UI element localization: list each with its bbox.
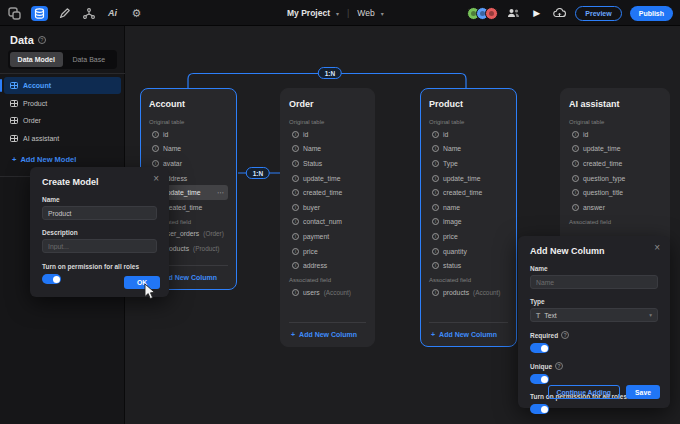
entity-card-product[interactable]: Product Original table i id i Name i Typ… <box>420 88 517 347</box>
column-type-select[interactable]: T Text ▾ <box>530 308 658 322</box>
field-type-icon: i <box>152 160 159 167</box>
save-button[interactable]: Save <box>626 385 660 399</box>
field-row[interactable]: i quantity <box>429 244 508 259</box>
relation-badge[interactable]: 1:N <box>318 67 342 79</box>
mouse-cursor <box>144 283 156 300</box>
field-row[interactable]: i Status <box>289 156 366 171</box>
project-name[interactable]: My Project <box>287 8 330 18</box>
tab-data-model[interactable]: Data Model <box>10 52 63 67</box>
help-icon[interactable]: ? <box>555 362 563 370</box>
model-description-input[interactable] <box>42 239 157 253</box>
add-new-column-button[interactable]: + Add New Column <box>289 322 366 341</box>
field-row[interactable]: i payment <box>289 229 366 244</box>
field-row[interactable]: i id <box>289 127 366 142</box>
create-model-dialog: Create Model × Name Description Turn on … <box>30 167 169 297</box>
tab-data-base[interactable]: Data Base <box>63 52 116 67</box>
field-row[interactable]: i price <box>289 244 366 259</box>
field-row[interactable]: i created_time <box>429 185 508 200</box>
field-type-icon: i <box>292 145 299 152</box>
model-list: Account Product Order AI assistant <box>4 77 121 147</box>
close-icon[interactable]: × <box>654 243 660 253</box>
associated-field-row[interactable]: i products (Account) <box>429 285 508 300</box>
permission-toggle[interactable] <box>530 404 549 414</box>
sidebar-item-model[interactable]: Account <box>4 77 121 94</box>
help-icon[interactable]: ? <box>561 331 569 339</box>
field-row[interactable]: i Type <box>429 156 508 171</box>
project-switcher: My Project ▾ | Web ▾ <box>287 0 384 26</box>
chevron-down-icon[interactable]: ▾ <box>336 10 339 17</box>
sidebar-header: Data ? <box>10 34 46 46</box>
field-row[interactable]: i contact_num <box>289 215 366 230</box>
field-type-icon: i <box>572 175 579 182</box>
chevron-down-icon[interactable]: ▾ <box>381 10 384 17</box>
help-icon[interactable]: ? <box>38 36 46 44</box>
sidebar-item-model[interactable]: AI assistant <box>4 130 121 147</box>
entity-card-order[interactable]: Order Original table i id i Name i Statu… <box>280 88 375 347</box>
field-row[interactable]: i id <box>429 127 508 142</box>
field-row[interactable]: i Name <box>429 142 508 157</box>
run-play-icon[interactable]: ▶ <box>529 6 544 21</box>
field-row[interactable]: i address <box>289 258 366 273</box>
field-row[interactable]: i question_title <box>569 185 661 200</box>
settings-gear-icon[interactable]: ⚙ <box>129 6 144 21</box>
field-row[interactable]: i update_time <box>429 171 508 186</box>
dialog-title: Add New Column <box>530 246 658 256</box>
design-pen-icon[interactable] <box>57 6 72 21</box>
sidebar-tabs: Data Model Data Base <box>8 50 117 69</box>
dialog-title: Create Model <box>42 177 157 187</box>
add-new-column-button[interactable]: + Add New Column <box>429 322 508 341</box>
field-row[interactable]: i status <box>429 258 508 273</box>
data-model-tool-icon[interactable] <box>31 6 48 21</box>
unique-toggle[interactable] <box>530 374 549 384</box>
more-icon[interactable]: ⋯ <box>217 189 225 197</box>
plus-icon: + <box>12 155 16 164</box>
logo-icon[interactable] <box>7 6 22 21</box>
field-row[interactable]: i created_time <box>289 185 366 200</box>
field-row[interactable]: i id <box>569 127 661 142</box>
divider <box>0 73 125 74</box>
close-icon[interactable]: × <box>153 174 159 184</box>
field-type-icon: i <box>292 289 299 296</box>
sidebar-item-model[interactable]: Order <box>4 112 121 129</box>
column-name-input[interactable] <box>530 275 658 289</box>
field-type-icon: i <box>432 204 439 211</box>
field-type-icon: i <box>152 145 159 152</box>
field-row[interactable]: i price <box>429 229 508 244</box>
field-row[interactable]: i Name <box>149 142 228 157</box>
field-list: i id i Name i Status i update_time <box>289 127 366 273</box>
associated-field-row[interactable]: i users (Account) <box>289 285 366 300</box>
model-label: Product <box>23 100 47 107</box>
field-row[interactable]: i id <box>149 127 228 142</box>
continue-adding-button[interactable]: Continue Adding <box>548 385 621 399</box>
deploy-cloud-icon[interactable] <box>552 6 567 21</box>
model-name-input[interactable] <box>42 206 157 220</box>
required-toggle[interactable] <box>530 343 549 353</box>
field-row[interactable]: i question_type <box>569 171 661 186</box>
ai-tool-icon[interactable]: Ai <box>105 6 120 21</box>
relation-badge[interactable]: 1:N <box>246 167 270 179</box>
avatar[interactable] <box>485 7 498 20</box>
name-label: Name <box>42 196 157 203</box>
field-row[interactable]: i name <box>429 200 508 215</box>
field-type-icon: i <box>572 131 579 138</box>
collaborators-icon[interactable] <box>506 6 521 21</box>
field-row[interactable]: i image <box>429 215 508 230</box>
field-row[interactable]: i created_time <box>569 156 661 171</box>
permission-toggle[interactable] <box>42 274 61 284</box>
field-row[interactable]: i update_time <box>289 171 366 186</box>
field-row[interactable]: i buyer <box>289 200 366 215</box>
workflow-nodes-icon[interactable] <box>81 6 96 21</box>
add-new-model-button[interactable]: + Add New Model <box>12 155 76 164</box>
toolbar-left-icons: Ai ⚙ <box>7 0 144 26</box>
description-label: Description <box>42 229 157 236</box>
field-row[interactable]: i Name <box>289 142 366 157</box>
field-type-icon: i <box>432 248 439 255</box>
field-row[interactable]: i answer <box>569 200 661 215</box>
preview-button[interactable]: Preview <box>575 6 621 21</box>
field-type-icon: i <box>152 131 159 138</box>
plus-icon: + <box>291 331 295 338</box>
publish-button[interactable]: Publish <box>630 6 673 21</box>
field-row[interactable]: i update_time <box>569 142 661 157</box>
sidebar-item-model[interactable]: Product <box>4 95 121 112</box>
platform-name[interactable]: Web <box>357 8 374 18</box>
